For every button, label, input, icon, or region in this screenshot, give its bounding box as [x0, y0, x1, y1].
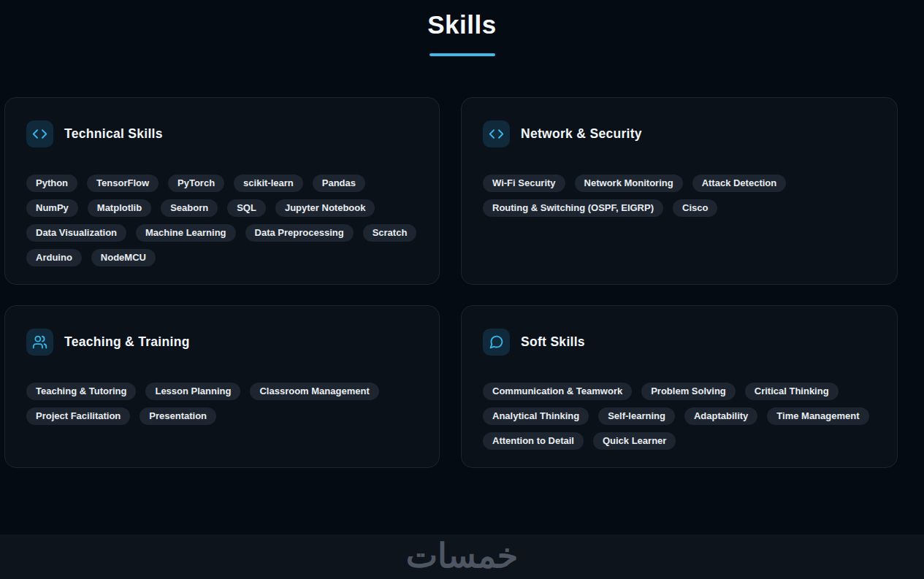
card-header: Network & Security: [483, 120, 876, 147]
skill-tag: Wi-Fi Security: [483, 175, 565, 192]
skill-tag: Data Preprocessing: [245, 224, 354, 242]
skill-tag: Lesson Planning: [145, 383, 240, 400]
skill-tag: Analytical Thinking: [483, 407, 589, 425]
skill-tag: Jupyter Notebook: [275, 199, 375, 217]
tag-list: PythonTensorFlowPyTorchscikit-learnPanda…: [26, 175, 418, 267]
skill-tag: Communication & Teamwork: [483, 383, 632, 400]
card-title: Technical Skills: [64, 126, 163, 142]
page-title: Skills: [0, 10, 924, 39]
chat-bubble-icon: [483, 329, 510, 356]
skill-tag: NumPy: [26, 199, 78, 217]
title-underline: [429, 53, 495, 56]
card-header: Teaching & Training: [26, 329, 418, 356]
skill-tag: Seaborn: [161, 199, 218, 217]
skill-tag: Python: [26, 175, 77, 192]
skill-tag: Classroom Management: [250, 383, 378, 400]
skill-tag: Time Management: [767, 407, 868, 425]
skill-tag: Routing & Switching (OSPF, EIGRP): [483, 199, 663, 217]
skill-tag: Matplotlib: [88, 199, 151, 217]
card-title: Soft Skills: [521, 334, 585, 350]
skill-tag: Network Monitoring: [575, 175, 683, 192]
skill-tag: Attack Detection: [692, 175, 787, 192]
skill-tag: scikit-learn: [234, 175, 303, 192]
code-icon: [26, 120, 53, 147]
skill-tag: Presentation: [140, 407, 216, 425]
skill-tag: Scratch: [363, 224, 417, 242]
skill-tag: Adaptability: [684, 407, 757, 425]
code-icon: [483, 120, 510, 147]
skills-grid: Technical Skills PythonTensorFlowPyTorch…: [4, 97, 898, 468]
skill-card: Technical Skills PythonTensorFlowPyTorch…: [4, 97, 440, 285]
tag-list: Teaching & TutoringLesson PlanningClassr…: [26, 383, 418, 425]
card-header: Soft Skills: [483, 329, 876, 356]
skill-tag: Cisco: [673, 199, 717, 217]
skill-tag: PyTorch: [168, 175, 224, 192]
skill-tag: Self-learning: [598, 407, 675, 425]
skill-tag: Arduino: [26, 249, 82, 267]
skill-tag: Problem Solving: [641, 383, 736, 400]
tag-list: Communication & TeamworkProblem SolvingC…: [483, 383, 876, 450]
skill-tag: TensorFlow: [87, 175, 159, 192]
skill-tag: SQL: [227, 199, 266, 217]
card-title: Network & Security: [521, 126, 642, 142]
watermark-text: خمسات: [406, 539, 518, 575]
skill-card: Teaching & Training Teaching & TutoringL…: [4, 305, 440, 468]
skill-tag: Teaching & Tutoring: [26, 383, 136, 400]
skill-tag: NodeMCU: [91, 249, 156, 267]
tag-list: Wi-Fi SecurityNetwork MonitoringAttack D…: [483, 175, 876, 217]
skill-card: Soft Skills Communication & TeamworkProb…: [461, 305, 898, 468]
skill-tag: Pandas: [313, 175, 365, 192]
skill-tag: Machine Learning: [136, 224, 236, 242]
users-icon: [26, 329, 53, 356]
card-title: Teaching & Training: [64, 334, 190, 350]
skill-tag: Critical Thinking: [745, 383, 839, 400]
skill-tag: Project Facilitation: [26, 407, 130, 425]
section-header: Skills: [0, 0, 924, 56]
skill-card: Network & Security Wi-Fi SecurityNetwork…: [461, 97, 898, 285]
skills-page: Skills Technical Skills PythonTensorFlow…: [0, 0, 924, 468]
skill-tag: Quick Learner: [593, 432, 676, 450]
skill-tag: Data Visualization: [26, 224, 126, 242]
skill-tag: Attention to Detail: [483, 432, 584, 450]
card-header: Technical Skills: [26, 120, 418, 147]
footer-band: خمسات: [0, 534, 924, 579]
